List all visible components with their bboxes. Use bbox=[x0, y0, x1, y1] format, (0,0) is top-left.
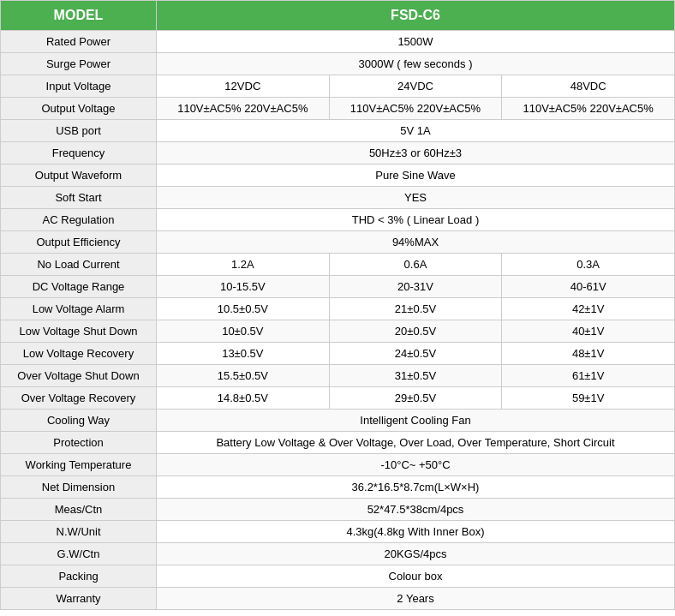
row-value-1: 31±0.5V bbox=[329, 365, 502, 387]
table-row: Over Voltage Shut Down15.5±0.5V31±0.5V61… bbox=[1, 365, 675, 387]
table-row: Warranty2 Years bbox=[1, 588, 675, 610]
row-label: Output Waveform bbox=[1, 164, 157, 187]
row-label: Low Voltage Alarm bbox=[1, 298, 157, 320]
row-label: Low Voltage Recovery bbox=[1, 343, 157, 365]
table-row: Surge Power3000W ( few seconds ) bbox=[1, 53, 675, 75]
row-value: Colour box bbox=[157, 565, 675, 588]
table-row: Low Voltage Shut Down10±0.5V20±0.5V40±1V bbox=[1, 320, 675, 343]
row-value: Intelligent Cooling Fan bbox=[157, 410, 675, 432]
row-value-0: 14.8±0.5V bbox=[157, 387, 330, 410]
table-row: No Load Current1.2A0.6A0.3A bbox=[1, 254, 675, 276]
row-value-0: 110V±AC5% 220V±AC5% bbox=[157, 98, 330, 120]
row-label: Packing bbox=[1, 565, 157, 588]
row-label: Output Efficiency bbox=[1, 231, 157, 254]
row-value: Battery Low Voltage & Over Voltage, Over… bbox=[157, 432, 675, 454]
row-value-2: 40±1V bbox=[502, 320, 675, 343]
table-row: Output Efficiency94%MAX bbox=[1, 231, 675, 254]
model-header-label: MODEL bbox=[1, 1, 157, 31]
table-row: DC Voltage Range10-15.5V20-31V40-61V bbox=[1, 276, 675, 298]
row-value: Pure Sine Wave bbox=[157, 164, 675, 187]
row-label: Surge Power bbox=[1, 53, 157, 75]
row-value-0: 10-15.5V bbox=[157, 276, 330, 298]
table-row: Low Voltage Recovery13±0.5V24±0.5V48±1V bbox=[1, 343, 675, 365]
table-row: Input Voltage12VDC24VDC48VDC bbox=[1, 75, 675, 98]
row-label: Low Voltage Shut Down bbox=[1, 320, 157, 343]
row-value-2: 59±1V bbox=[502, 387, 675, 410]
row-value-0: 15.5±0.5V bbox=[157, 365, 330, 387]
row-value-1: 110V±AC5% 220V±AC5% bbox=[329, 98, 502, 120]
row-label: Working Temperature bbox=[1, 454, 157, 476]
row-value-0: 10±0.5V bbox=[157, 320, 330, 343]
row-value: 3000W ( few seconds ) bbox=[157, 53, 675, 75]
row-value-1: 21±0.5V bbox=[329, 298, 502, 320]
table-row: Frequency50Hz±3 or 60Hz±3 bbox=[1, 142, 675, 164]
row-value-1: 29±0.5V bbox=[329, 387, 502, 410]
row-label: Frequency bbox=[1, 142, 157, 164]
table-row: G.W/Ctn20KGS/4pcs bbox=[1, 543, 675, 565]
row-label: Warranty bbox=[1, 588, 157, 610]
row-value-1: 20-31V bbox=[329, 276, 502, 298]
spec-table: MODEL FSD-C6 Rated Power1500WSurge Power… bbox=[0, 0, 675, 610]
row-value: 50Hz±3 or 60Hz±3 bbox=[157, 142, 675, 164]
row-value-1: 24VDC bbox=[329, 75, 502, 98]
row-label: USB port bbox=[1, 120, 157, 142]
row-value-2: 42±1V bbox=[502, 298, 675, 320]
table-row: Over Voltage Recovery14.8±0.5V29±0.5V59±… bbox=[1, 387, 675, 410]
model-header-value: FSD-C6 bbox=[157, 1, 675, 31]
table-row: AC RegulationTHD < 3% ( Linear Load ) bbox=[1, 209, 675, 231]
row-value: 94%MAX bbox=[157, 231, 675, 254]
header-row: MODEL FSD-C6 bbox=[1, 1, 675, 31]
table-row: Net Dimension36.2*16.5*8.7cm(L×W×H) bbox=[1, 476, 675, 499]
row-label: Over Voltage Recovery bbox=[1, 387, 157, 410]
row-value-2: 0.3A bbox=[502, 254, 675, 276]
row-value: THD < 3% ( Linear Load ) bbox=[157, 209, 675, 231]
row-label: AC Regulation bbox=[1, 209, 157, 231]
row-label: Input Voltage bbox=[1, 75, 157, 98]
row-label: Soft Start bbox=[1, 187, 157, 209]
table-row: Rated Power1500W bbox=[1, 31, 675, 53]
row-value-1: 20±0.5V bbox=[329, 320, 502, 343]
row-value: 36.2*16.5*8.7cm(L×W×H) bbox=[157, 476, 675, 499]
row-label: DC Voltage Range bbox=[1, 276, 157, 298]
row-value-2: 40-61V bbox=[502, 276, 675, 298]
row-value-2: 110V±AC5% 220V±AC5% bbox=[502, 98, 675, 120]
table-row: ProtectionBattery Low Voltage & Over Vol… bbox=[1, 432, 675, 454]
row-label: No Load Current bbox=[1, 254, 157, 276]
row-value-0: 12VDC bbox=[157, 75, 330, 98]
row-label: N.W/Unit bbox=[1, 521, 157, 543]
table-row: Output WaveformPure Sine Wave bbox=[1, 164, 675, 187]
table-row: Working Temperature-10°C~ +50°C bbox=[1, 454, 675, 476]
row-value-2: 61±1V bbox=[502, 365, 675, 387]
row-label: Over Voltage Shut Down bbox=[1, 365, 157, 387]
row-value: 52*47.5*38cm/4pcs bbox=[157, 499, 675, 521]
row-value-1: 0.6A bbox=[329, 254, 502, 276]
table-row: USB port5V 1A bbox=[1, 120, 675, 142]
table-row: Meas/Ctn52*47.5*38cm/4pcs bbox=[1, 499, 675, 521]
row-value: -10°C~ +50°C bbox=[157, 454, 675, 476]
row-value: 4.3kg(4.8kg With Inner Box) bbox=[157, 521, 675, 543]
table-row: N.W/Unit4.3kg(4.8kg With Inner Box) bbox=[1, 521, 675, 543]
row-label: Net Dimension bbox=[1, 476, 157, 499]
table-row: PackingColour box bbox=[1, 565, 675, 588]
row-value-2: 48±1V bbox=[502, 343, 675, 365]
row-label: G.W/Ctn bbox=[1, 543, 157, 565]
row-value: YES bbox=[157, 187, 675, 209]
row-label: Protection bbox=[1, 432, 157, 454]
row-value-1: 24±0.5V bbox=[329, 343, 502, 365]
row-label: Output Voltage bbox=[1, 98, 157, 120]
row-value: 5V 1A bbox=[157, 120, 675, 142]
row-value: 1500W bbox=[157, 31, 675, 53]
table-row: Low Voltage Alarm10.5±0.5V21±0.5V42±1V bbox=[1, 298, 675, 320]
row-label: Rated Power bbox=[1, 31, 157, 53]
row-value: 20KGS/4pcs bbox=[157, 543, 675, 565]
table-row: Soft StartYES bbox=[1, 187, 675, 209]
row-label: Cooling Way bbox=[1, 410, 157, 432]
row-label: Meas/Ctn bbox=[1, 499, 157, 521]
row-value-0: 1.2A bbox=[157, 254, 330, 276]
table-row: Output Voltage110V±AC5% 220V±AC5%110V±AC… bbox=[1, 98, 675, 120]
table-row: Cooling WayIntelligent Cooling Fan bbox=[1, 410, 675, 432]
row-value-0: 10.5±0.5V bbox=[157, 298, 330, 320]
row-value-2: 48VDC bbox=[502, 75, 675, 98]
row-value-0: 13±0.5V bbox=[157, 343, 330, 365]
row-value: 2 Years bbox=[157, 588, 675, 610]
